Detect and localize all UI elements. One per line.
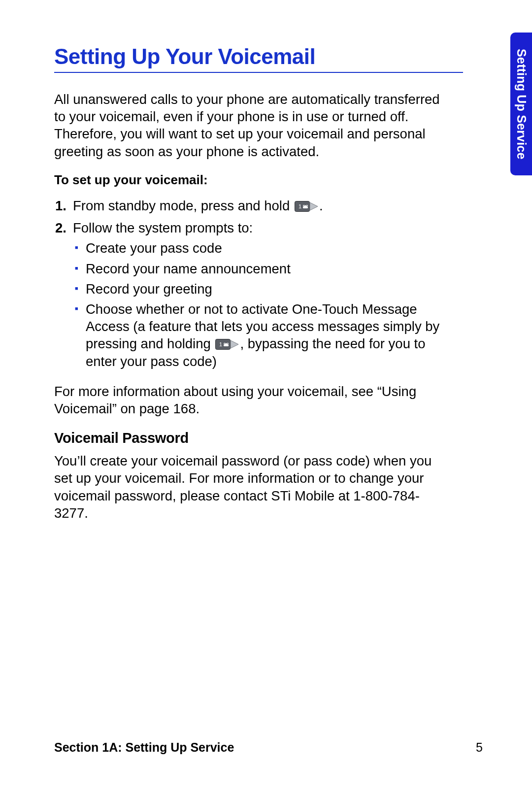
page-heading: Setting Up Your Voicemail — [54, 44, 463, 73]
svg-rect-2 — [303, 205, 308, 208]
page-footer: Section 1A: Setting Up Service 5 — [54, 740, 483, 755]
footer-section-label: Section 1A: Setting Up Service — [54, 740, 234, 755]
footer-page-number: 5 — [476, 740, 483, 755]
bullet-record-name: Record your name announcement — [73, 260, 453, 277]
step-2-number: 2. — [54, 219, 73, 373]
svg-rect-5 — [224, 343, 229, 346]
step-2-text: Follow the system prompts to: Create you… — [73, 219, 453, 373]
body: All unanswered calls to your phone are a… — [54, 91, 483, 522]
step-1: 1. From standby mode, press and hold 1. — [54, 197, 453, 214]
step-1-text: From standby mode, press and hold 1. — [73, 197, 453, 214]
step-1-number: 1. — [54, 197, 73, 214]
step-1-pre: From standby mode, press and hold — [73, 198, 294, 213]
bullet-one-touch: Choose whether or not to activate One-To… — [73, 300, 453, 370]
svg-text:1: 1 — [219, 341, 222, 347]
steps-lead-in: To set up your voicemail: — [54, 172, 483, 188]
step-2-line: Follow the system prompts to: — [73, 220, 253, 235]
intro-paragraph: All unanswered calls to your phone are a… — [54, 91, 453, 160]
bullet-passcode: Create your pass code — [73, 239, 453, 257]
side-tab: Setting Up Service — [510, 33, 532, 175]
bullet-record-greeting: Record your greeting — [73, 280, 453, 298]
more-info-paragraph: For more information about using your vo… — [54, 383, 453, 417]
step-2: 2. Follow the system prompts to: Create … — [54, 219, 453, 373]
prompt-bullets: Create your pass code Record your name a… — [73, 239, 453, 369]
page: Setting Up Service Setting Up Your Voice… — [0, 0, 532, 798]
svg-text:1: 1 — [299, 203, 301, 209]
voicemail-key-icon: 1 — [215, 339, 239, 350]
voicemail-key-icon: 1 — [295, 201, 318, 212]
voicemail-password-paragraph: You’ll create your voicemail password (o… — [54, 452, 453, 522]
voicemail-password-heading: Voicemail Password — [54, 429, 483, 447]
steps-list: 1. From standby mode, press and hold 1. … — [54, 197, 453, 373]
step-1-post: . — [319, 198, 323, 213]
side-tab-label: Setting Up Service — [514, 49, 529, 160]
